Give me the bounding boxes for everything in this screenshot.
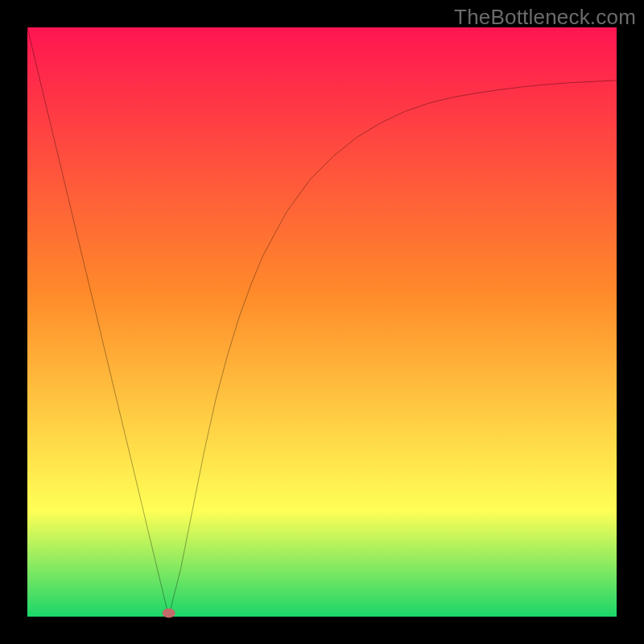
watermark-text: TheBottleneck.com [454,5,636,30]
chart-frame: TheBottleneck.com [0,0,644,644]
gradient-background [27,27,617,617]
minimum-marker [163,609,175,618]
bottleneck-chart [27,27,617,617]
